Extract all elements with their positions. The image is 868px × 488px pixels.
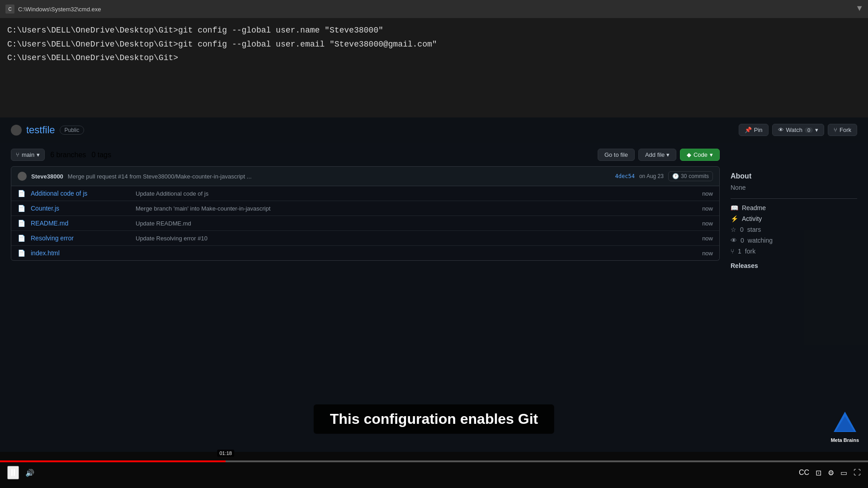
stars-stat: ☆ 0 stars: [731, 226, 857, 233]
commit-ellipsis: ...: [247, 173, 252, 180]
file-time-2: now: [702, 205, 713, 212]
stars-count: 0: [740, 226, 744, 233]
repo-name[interactable]: testfile: [26, 124, 55, 136]
repo-header: testfile Public 📌 Pin 👁 Watch 0 ▾ ⑂ Fork: [0, 115, 868, 143]
pin-label: Pin: [754, 127, 763, 133]
meta-brains-text: Meta Brains: [831, 437, 859, 443]
play-pause-icon: ⏸: [8, 467, 18, 479]
branch-count-num: 6: [50, 151, 54, 159]
file-name-1[interactable]: Additional code of js: [31, 190, 130, 197]
add-file-button[interactable]: Add file ▾: [638, 149, 676, 161]
file-commit-1: Update Additional code of js: [136, 190, 697, 197]
branches-count: 6 branches: [50, 151, 86, 159]
terminal-window: C C:\Windows\System32\cmd.exe ▼ C:\Users…: [0, 0, 868, 117]
tags-count-num: 0: [91, 151, 95, 159]
file-commit-2: Merge branch 'main' into Make-counter-in…: [136, 205, 697, 212]
commits-label: commits: [689, 173, 709, 179]
controls-row: ⏸ 🔊 CC ⊡ ⚙ ▭ ⛶: [0, 466, 868, 479]
goto-file-button[interactable]: Go to file: [598, 149, 635, 161]
activity-stat: ⚡ Activity: [731, 215, 857, 222]
progress-bar-container[interactable]: 01:18: [0, 460, 868, 462]
subtitles-icon[interactable]: ⊡: [816, 469, 821, 477]
forks-label: fork: [745, 248, 755, 255]
terminal-title: C:\Windows\System32\cmd.exe: [18, 6, 101, 13]
branch-bar: ⑂ main ▾ 6 branches 0 tags Go to file: [11, 143, 720, 166]
terminal-titlebar: C C:\Windows\System32\cmd.exe ▼: [0, 0, 868, 18]
readme-icon: 📖: [731, 204, 738, 211]
file-name-4[interactable]: Resolving error: [31, 235, 130, 242]
about-description: None: [731, 184, 857, 191]
watch-dropdown-icon: ▾: [815, 127, 818, 133]
volume-icon[interactable]: 🔊: [25, 469, 34, 477]
github-overlay: Steve38000 / testfile Type "/" to search…: [0, 63, 868, 452]
file-row: 📄 Counter.js Merge branch 'main' into Ma…: [11, 201, 719, 216]
fullscreen-icon[interactable]: ⛶: [854, 469, 861, 477]
branch-icon: ⑂: [16, 151, 19, 158]
cc-icon[interactable]: CC: [799, 469, 809, 477]
file-time-5: now: [702, 250, 713, 257]
terminal-body: C:\Users\DELL\OneDrive\Desktop\Git>git c…: [0, 18, 868, 70]
readme-link[interactable]: Readme: [742, 204, 766, 211]
watch-label: Watch: [786, 127, 802, 133]
watch-count: 0: [805, 127, 813, 133]
watch-icon: 👁: [778, 127, 784, 133]
commit-hash: 4dec54: [615, 173, 635, 179]
branch-right: Go to file Add file ▾ ◆ Code ▾: [598, 149, 720, 161]
activity-link[interactable]: Activity: [742, 215, 762, 222]
code-button[interactable]: ◆ Code ▾: [680, 149, 720, 161]
commit-date: on Aug 23: [639, 173, 664, 179]
watching-icon: 👁: [731, 237, 737, 244]
file-time-4: now: [702, 235, 713, 242]
activity-icon: ⚡: [731, 215, 738, 222]
repo-visibility-badge: Public: [60, 126, 85, 135]
file-icon-3: 📄: [18, 220, 25, 227]
fork-button[interactable]: ⑂ Fork: [828, 124, 857, 136]
tags-count: 0 tags: [91, 151, 111, 159]
progress-time-tooltip: 01:18: [217, 450, 234, 457]
watching-count: 0: [741, 237, 744, 244]
commit-bar: Steve38000 Merge pull request #14 from S…: [11, 166, 720, 186]
theater-icon[interactable]: ▭: [840, 469, 847, 477]
commit-message: Merge pull request #14 from Steve38000/M…: [68, 173, 611, 180]
file-commit-3: Update README.md: [136, 220, 697, 227]
branch-dropdown-icon: ▾: [37, 151, 40, 158]
fork-icon: ⑂: [834, 127, 837, 133]
file-commit-4: Update Resolving error #10: [136, 235, 697, 242]
play-pause-button[interactable]: ⏸: [7, 466, 19, 479]
file-row: 📄 index.html now: [11, 246, 719, 260]
file-name-2[interactable]: Counter.js: [31, 205, 130, 212]
settings-ctrl-icon[interactable]: ⚙: [828, 469, 834, 477]
watch-button[interactable]: 👁 Watch 0 ▾: [772, 124, 824, 136]
commit-count-num: 30: [681, 173, 687, 179]
stars-label: stars: [747, 226, 761, 233]
forks-stat: ⑂ 1 fork: [731, 248, 857, 255]
terminal-app-icon: C: [5, 5, 14, 14]
file-table: 📄 Additional code of js Update Additiona…: [11, 186, 720, 261]
file-name-5[interactable]: index.html: [31, 249, 130, 257]
progress-bar-fill: [0, 460, 226, 462]
repo-content: ⑂ main ▾ 6 branches 0 tags Go to file: [0, 143, 868, 272]
about-sidebar: About None 📖 Readme ⚡ Activity ☆ 0 stars…: [731, 143, 857, 272]
branch-selector[interactable]: ⑂ main ▾: [11, 149, 45, 161]
terminal-close-btn[interactable]: ▼: [855, 4, 863, 13]
pin-button[interactable]: 📌 Pin: [739, 124, 769, 136]
terminal-line-1: C:\Users\DELL\OneDrive\Desktop\Git>git c…: [7, 23, 861, 38]
releases-title: Releases: [731, 262, 857, 269]
file-row: 📄 README.md Update README.md now: [11, 216, 719, 231]
branch-left: ⑂ main ▾ 6 branches 0 tags: [11, 149, 111, 161]
file-browser: ⑂ main ▾ 6 branches 0 tags Go to file: [11, 143, 720, 272]
file-icon-1: 📄: [18, 190, 25, 197]
video-controls: 01:18 ⏸ 🔊 CC ⊡ ⚙ ▭ ⛶: [0, 452, 868, 488]
fork-label: Fork: [840, 127, 851, 133]
readme-stat: 📖 Readme: [731, 204, 857, 211]
branch-name: main: [22, 151, 34, 158]
file-icon-5: 📄: [18, 249, 25, 257]
terminal-line-2: C:\Users\DELL\OneDrive\Desktop\Git>git c…: [7, 38, 861, 52]
file-icon-2: 📄: [18, 205, 25, 212]
commit-count: 🕐 30 commits: [668, 171, 713, 181]
pin-icon: 📌: [745, 127, 752, 133]
tags-label: tags: [98, 151, 111, 159]
repo-title-row: testfile Public: [11, 124, 84, 136]
file-row: 📄 Resolving error Update Resolving error…: [11, 231, 719, 246]
file-name-3[interactable]: README.md: [31, 220, 130, 227]
